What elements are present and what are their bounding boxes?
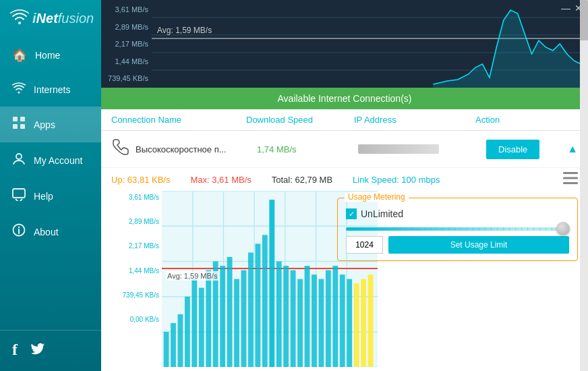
- stats-row: Up: 63,81 KB/s Max: 3,61 MB/s Total: 62,…: [101, 168, 588, 191]
- chart-label-6: 0,00 KB/s: [111, 316, 159, 323]
- graph-label-4: 1,44 MB/s: [105, 57, 148, 65]
- col-action: Action: [475, 115, 578, 125]
- svg-rect-40: [213, 261, 218, 367]
- top-avg-label: Avg: 1,59 MB/s: [157, 26, 212, 35]
- set-limit-button[interactable]: Set Usage Limit: [388, 236, 569, 254]
- svg-rect-45: [248, 252, 254, 367]
- svg-rect-43: [234, 279, 239, 368]
- col-connection-name: Connection Name: [111, 115, 246, 125]
- svg-rect-39: [206, 270, 211, 368]
- svg-rect-55: [318, 279, 324, 368]
- chart-label-2: 2,89 MB/s: [111, 218, 159, 225]
- svg-rect-7: [13, 189, 25, 198]
- sidebar-item-about-label: About: [34, 227, 59, 237]
- graph-label-2: 2,89 MB/s: [105, 23, 148, 31]
- scrollbar[interactable]: [580, 0, 588, 371]
- apps-icon: [12, 116, 26, 133]
- connection-speed: 1,74 MB/s: [257, 144, 358, 154]
- home-icon: 🏠: [12, 48, 27, 63]
- sidebar: iNetfusion 🏠 Home Internets: [0, 0, 101, 371]
- svg-rect-47: [262, 235, 268, 367]
- unlimited-label: UnLimited: [361, 208, 403, 219]
- usage-slider[interactable]: [346, 227, 569, 231]
- svg-rect-41: [220, 266, 225, 367]
- slider-thumb[interactable]: [556, 222, 570, 235]
- svg-rect-61: [361, 279, 366, 368]
- col-download-speed: Download Speed: [246, 115, 354, 125]
- about-icon: [12, 223, 26, 240]
- svg-rect-56: [326, 270, 331, 368]
- svg-rect-36: [185, 297, 190, 367]
- table-header: Connection Name Download Speed IP Addres…: [101, 109, 588, 131]
- usage-slider-row: [346, 227, 569, 231]
- sidebar-item-apps-label: Apps: [34, 119, 55, 130]
- top-graph: 3,61 MB/s 2,89 MB/s 2,17 MB/s 1,44 MB/s …: [101, 0, 588, 88]
- svg-rect-50: [283, 266, 289, 367]
- svg-rect-33: [164, 332, 169, 367]
- svg-rect-5: [20, 124, 25, 129]
- sidebar-item-my-account[interactable]: My Account: [0, 142, 101, 178]
- help-icon: [12, 188, 26, 204]
- wifi-logo-icon: [10, 8, 29, 28]
- svg-rect-42: [227, 257, 233, 367]
- sidebar-item-help-label: Help: [34, 191, 53, 202]
- link-speed-stat: Link Speed: 100 mbps: [353, 175, 440, 185]
- svg-point-1: [18, 92, 20, 94]
- svg-rect-51: [291, 270, 296, 368]
- expand-arrow-icon[interactable]: ▲: [567, 143, 578, 155]
- svg-rect-53: [305, 266, 310, 367]
- close-button[interactable]: ✕: [575, 3, 583, 13]
- internets-icon: [12, 82, 26, 97]
- chart-label-4: 1,44 MB/s: [111, 267, 159, 275]
- ip-blurred: [358, 144, 439, 154]
- disable-button[interactable]: Disable: [486, 140, 539, 159]
- svg-rect-38: [199, 288, 204, 368]
- svg-rect-4: [13, 124, 18, 129]
- unlimited-row: ✓ UnLimited: [346, 208, 569, 219]
- unlimited-checkbox[interactable]: ✓: [346, 208, 357, 219]
- col-ip-address: IP Address: [354, 115, 475, 125]
- chart-label-5: 739,45 KB/s: [111, 291, 159, 299]
- usage-limit-input[interactable]: [346, 236, 383, 254]
- svg-rect-57: [332, 266, 338, 367]
- graph-label-1: 3,61 MB/s: [105, 5, 148, 13]
- connection-row: Высокоскоростное п... 1,74 MB/s Disable …: [101, 131, 588, 168]
- svg-rect-49: [276, 261, 282, 367]
- usage-controls: Set Usage Limit: [346, 236, 569, 254]
- main-content: — ✕ 3,61 MB/s 2,89 MB/s 2,17 MB/s 1,44 M…: [101, 0, 588, 371]
- usage-metering-title: Usage Metering: [345, 192, 409, 202]
- sidebar-item-account-label: My Account: [34, 155, 82, 166]
- chart-y-labels: 3,61 MB/s 2,89 MB/s 2,17 MB/s 1,44 MB/s …: [111, 191, 162, 326]
- svg-rect-3: [20, 117, 25, 121]
- minimize-button[interactable]: —: [561, 3, 570, 13]
- sidebar-item-home-label: Home: [35, 50, 60, 61]
- facebook-icon[interactable]: f: [12, 341, 18, 361]
- checkmark-icon: ✓: [349, 210, 355, 219]
- graph-label-3: 2,17 MB/s: [105, 40, 148, 48]
- chart-label-3: 2,17 MB/s: [111, 242, 159, 250]
- sidebar-item-apps[interactable]: Apps: [0, 107, 101, 142]
- twitter-icon[interactable]: [30, 341, 46, 361]
- svg-rect-34: [171, 323, 176, 367]
- svg-rect-46: [255, 244, 260, 367]
- connection-name: Высокоскоростное п...: [136, 144, 250, 154]
- detail-panel: 3,61 MB/s 2,89 MB/s 2,17 MB/s 1,44 MB/s …: [101, 191, 588, 333]
- sidebar-item-help[interactable]: Help: [0, 178, 101, 214]
- sidebar-item-internets[interactable]: Internets: [0, 72, 101, 107]
- svg-rect-52: [297, 279, 303, 368]
- total-stat: Total: 62,79 MB: [272, 175, 332, 185]
- svg-rect-18: [563, 182, 578, 184]
- logo: iNetfusion: [0, 0, 101, 35]
- svg-rect-2: [13, 117, 18, 121]
- sidebar-item-about[interactable]: About: [0, 214, 101, 250]
- sidebar-item-internets-label: Internets: [34, 84, 70, 95]
- sidebar-item-home[interactable]: 🏠 Home: [0, 38, 101, 72]
- menu-icon[interactable]: [563, 172, 578, 187]
- slider-dots: [346, 227, 569, 231]
- svg-rect-58: [340, 275, 345, 367]
- phone-icon: [111, 138, 129, 161]
- svg-rect-59: [347, 279, 352, 368]
- svg-rect-54: [312, 275, 317, 367]
- connection-action: Disable: [486, 140, 578, 159]
- left-chart: 3,61 MB/s 2,89 MB/s 2,17 MB/s 1,44 MB/s …: [111, 191, 327, 326]
